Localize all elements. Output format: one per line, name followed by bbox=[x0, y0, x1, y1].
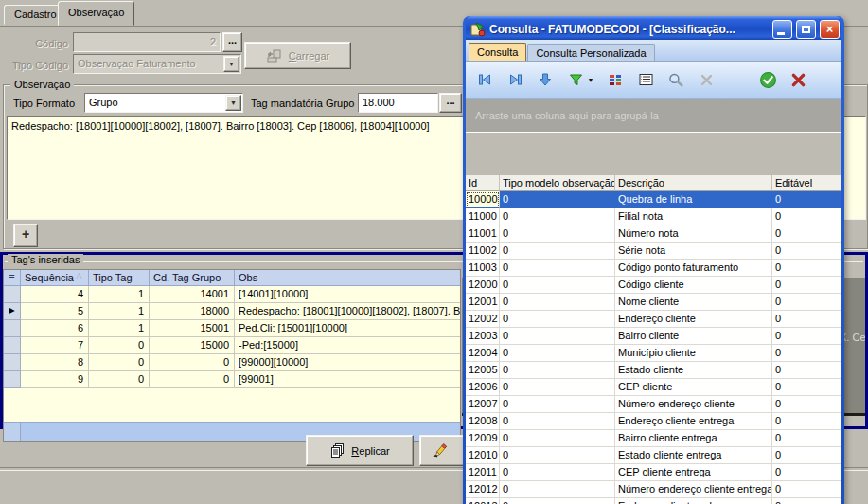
tipo-formato-dropdown-button[interactable]: ▼ bbox=[225, 95, 241, 111]
download-arrow-icon[interactable] bbox=[536, 70, 555, 89]
table-row[interactable]: 12007 0 Número endereço cliente 0 bbox=[466, 396, 841, 413]
tipo-formato-combobox[interactable]: Grupo ▼ bbox=[84, 93, 243, 113]
minimize-button[interactable] bbox=[772, 20, 792, 39]
cell-editavel: 0 bbox=[772, 225, 841, 243]
table-row[interactable]: 12013 0 Endereço cliente cobrança 0 bbox=[466, 498, 841, 504]
cell-id: 12012 bbox=[466, 481, 500, 498]
cancel-icon[interactable] bbox=[788, 70, 807, 89]
table-row[interactable]: 12000 0 Código cliente 0 bbox=[466, 277, 841, 294]
cell-descricao: Estado cliente entrega bbox=[615, 447, 772, 464]
table-row[interactable]: 11003 0 Código ponto faturamento 0 bbox=[466, 260, 841, 277]
table-row[interactable]: 12008 0 Endereço cliente entrega 0 bbox=[466, 413, 841, 430]
cell-descricao: Bairro cliente bbox=[615, 328, 772, 345]
replicar-label: Replicar bbox=[351, 445, 389, 457]
tipo-formato-value: Grupo bbox=[89, 97, 118, 108]
table-row[interactable]: 12006 0 CEP cliente 0 bbox=[466, 379, 841, 396]
table-row[interactable]: 12010 0 Estado cliente entrega 0 bbox=[466, 447, 841, 464]
observacao-group-title: Observação bbox=[10, 79, 74, 90]
table-row[interactable]: 4 1 14001 [14001][10000] bbox=[4, 286, 460, 303]
column-header-obs[interactable]: Obs bbox=[235, 270, 460, 286]
cell-tipo-modelo: 0 bbox=[500, 379, 615, 396]
tipo-codigo-combobox[interactable]: Observaçao Faturamento ▼ bbox=[73, 54, 241, 74]
table-row[interactable]: 12011 0 CEP cliente entrega 0 bbox=[466, 464, 841, 481]
cell-editavel: 0 bbox=[772, 243, 841, 260]
cell-cd-tag-grupo: 18000 bbox=[150, 303, 235, 320]
table-row[interactable]: 12012 0 Número endereço cliente entrega … bbox=[466, 481, 841, 498]
cell-sequencia: 5 bbox=[21, 303, 89, 320]
column-header-descricao[interactable]: Descrição bbox=[615, 175, 772, 191]
dialog-titlebar[interactable]: Consulta - FATUMODECODI - [Classificação… bbox=[466, 16, 841, 40]
table-row[interactable]: 11001 0 Número nota 0 bbox=[466, 225, 841, 243]
search-icon[interactable] bbox=[666, 70, 685, 89]
cell-tipo-tag: 0 bbox=[89, 371, 150, 388]
columns-icon[interactable] bbox=[606, 70, 625, 89]
table-row[interactable]: 12003 0 Bairro cliente 0 bbox=[466, 328, 841, 345]
table-row[interactable]: 8 0 0 [99000][10000] bbox=[4, 354, 460, 371]
cell-tipo-modelo: 0 bbox=[500, 345, 615, 362]
table-row[interactable]: 12001 0 Nome cliente 0 bbox=[466, 294, 841, 311]
table-row[interactable]: 12005 0 Estado cliente 0 bbox=[466, 362, 841, 379]
filter-dropdown-icon[interactable]: ▼ bbox=[587, 70, 594, 89]
cell-id: 10000 bbox=[466, 191, 500, 208]
table-row[interactable]: 12004 0 Município cliente 0 bbox=[466, 345, 841, 362]
tag-mandatoria-field[interactable]: 18.000 bbox=[358, 93, 438, 113]
grid-menu-icon[interactable]: ≡ bbox=[4, 270, 21, 286]
column-header-tipo-modelo[interactable]: Tipo modelo observação bbox=[500, 175, 615, 191]
first-record-icon[interactable] bbox=[475, 70, 494, 89]
tab-consulta-personalizada[interactable]: Consulta Personalizada bbox=[527, 44, 654, 61]
load-icon bbox=[266, 48, 283, 63]
codigo-field[interactable]: 2 bbox=[73, 32, 221, 52]
cell-cd-tag-grupo: 14001 bbox=[150, 286, 235, 303]
sort-ascending-icon: △ bbox=[76, 271, 82, 280]
cell-tipo-modelo: 0 bbox=[500, 430, 615, 447]
cell-tipo-modelo: 0 bbox=[500, 498, 615, 504]
table-row[interactable]: 12009 0 Bairro cliente entrega 0 bbox=[466, 430, 841, 447]
confirm-icon[interactable] bbox=[758, 70, 777, 89]
carregar-button[interactable]: Carregar bbox=[244, 42, 351, 69]
tipo-codigo-dropdown-button[interactable]: ▼ bbox=[223, 56, 239, 72]
cell-descricao: CEP cliente entrega bbox=[615, 464, 772, 481]
cell-id: 12009 bbox=[466, 430, 500, 447]
column-header-tipo-tag[interactable]: Tipo Tag bbox=[89, 270, 150, 286]
cell-editavel: 0 bbox=[772, 208, 841, 225]
app-icon bbox=[470, 22, 486, 37]
cell-descricao: Código cliente bbox=[615, 277, 772, 294]
cell-id: 12006 bbox=[466, 379, 500, 396]
tab-observacao[interactable]: Observação bbox=[58, 1, 134, 26]
table-row[interactable]: 11000 0 Filial nota 0 bbox=[466, 208, 841, 225]
row-indicator-cell bbox=[4, 286, 21, 303]
group-by-band[interactable]: Arraste uma coluna aqui para agrupá-la bbox=[466, 99, 841, 133]
table-row[interactable]: 12002 0 Endereço cliente 0 bbox=[466, 311, 841, 328]
cell-obs: Redespacho: [18001][10000][18002], [1800… bbox=[235, 303, 460, 320]
last-record-icon[interactable] bbox=[505, 70, 524, 89]
report-icon[interactable] bbox=[636, 70, 655, 89]
close-button[interactable]: × bbox=[820, 20, 840, 39]
table-row[interactable]: ▶ 5 1 18000 Redespacho: [18001][10000][1… bbox=[4, 303, 460, 320]
cell-obs: [99000][10000] bbox=[235, 354, 460, 371]
cell-id: 12001 bbox=[466, 294, 500, 311]
cell-editavel: 0 bbox=[772, 191, 841, 208]
codigo-lookup-button[interactable]: ... bbox=[222, 32, 242, 52]
cell-editavel: 0 bbox=[772, 464, 841, 481]
table-row[interactable]: 6 1 15001 Ped.Cli: [15001][10000] bbox=[4, 320, 460, 337]
table-row[interactable]: 11002 0 Série nota 0 bbox=[466, 243, 841, 260]
tipo-codigo-value: Observaçao Faturamento bbox=[78, 58, 196, 69]
cell-tipo-tag: 1 bbox=[89, 286, 150, 303]
cell-descricao: Endereço cliente entrega bbox=[615, 413, 772, 430]
maximize-button[interactable] bbox=[796, 20, 816, 39]
tag-mandatoria-lookup-button[interactable]: ... bbox=[439, 93, 462, 113]
column-header-id[interactable]: Id bbox=[466, 175, 500, 191]
table-row[interactable]: 9 0 0 [99001] bbox=[4, 371, 460, 388]
add-tag-button[interactable]: + bbox=[13, 224, 38, 247]
table-row[interactable]: 7 0 15000 -Ped:[15000] bbox=[4, 337, 460, 354]
column-header-cd-tag-grupo[interactable]: Cd. Tag Grupo bbox=[150, 270, 235, 286]
replicar-button[interactable]: Replicar bbox=[306, 435, 414, 466]
column-header-sequencia[interactable]: Sequência△ bbox=[21, 270, 89, 286]
cell-descricao: Endereço cliente bbox=[615, 311, 772, 328]
table-row[interactable]: 10000 0 Quebra de linha 0 bbox=[466, 191, 841, 208]
cell-descricao: CEP cliente bbox=[615, 379, 772, 396]
cell-editavel: 0 bbox=[772, 413, 841, 430]
filter-icon[interactable] bbox=[566, 70, 585, 89]
tab-consulta[interactable]: Consulta bbox=[469, 43, 526, 61]
column-header-editavel[interactable]: Editável bbox=[772, 175, 841, 191]
